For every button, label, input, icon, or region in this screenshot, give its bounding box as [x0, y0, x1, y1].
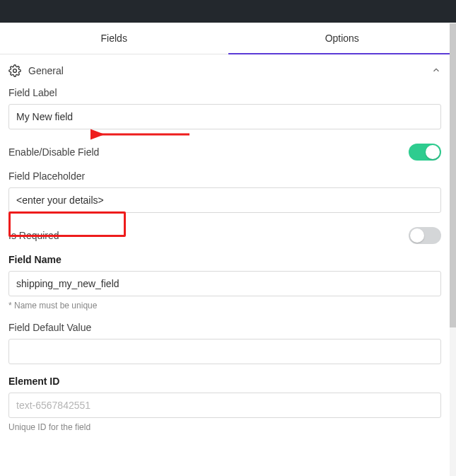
content-panel: General Field Label Enable/Disable Field… — [0, 54, 450, 432]
label-field-placeholder: Field Placeholder — [8, 170, 441, 182]
input-field-default-value[interactable] — [8, 339, 441, 364]
label-field-label: Field Label — [8, 87, 441, 98]
label-enable-disable: Enable/Disable Field — [8, 146, 99, 158]
svg-point-0 — [13, 69, 17, 73]
toggle-knob — [426, 145, 440, 159]
toggle-enable-disable[interactable] — [409, 144, 441, 161]
label-element-id: Element ID — [8, 376, 441, 387]
input-field-label[interactable] — [8, 104, 441, 129]
toggle-knob — [410, 228, 424, 243]
group-enable-disable: Enable/Disable Field — [8, 141, 441, 170]
label-is-required: Is Required — [8, 230, 59, 241]
window-topbar — [0, 0, 456, 23]
tab-options-label: Options — [325, 33, 359, 44]
toggle-is-required[interactable] — [409, 227, 441, 244]
tab-fields[interactable]: Fields — [0, 23, 228, 54]
section-title-general: General — [28, 65, 64, 76]
gear-icon — [8, 64, 21, 77]
label-field-default-value: Field Default Value — [8, 322, 441, 333]
tabs-container: Fields Options — [0, 23, 456, 54]
helper-element-id: Unique ID for the field — [8, 422, 441, 432]
input-element-id[interactable] — [8, 393, 441, 418]
group-field-placeholder: Field Placeholder — [8, 170, 441, 213]
group-field-name: Field Name * Name must be unique — [8, 254, 441, 310]
input-field-name[interactable] — [8, 271, 441, 296]
input-field-placeholder[interactable] — [8, 187, 441, 213]
group-is-required: Is Required — [8, 224, 441, 254]
group-element-id: Element ID Unique ID for the field — [8, 376, 441, 432]
vertical-scrollbar[interactable] — [450, 23, 456, 476]
tab-options[interactable]: Options — [228, 23, 457, 54]
tab-fields-label: Fields — [101, 33, 127, 44]
section-header-general[interactable]: General — [8, 54, 441, 87]
scrollbar-thumb[interactable] — [450, 23, 456, 327]
label-field-name: Field Name — [8, 254, 441, 265]
group-field-label: Field Label — [8, 87, 441, 129]
chevron-up-icon — [431, 65, 441, 77]
group-field-default-value: Field Default Value — [8, 322, 441, 364]
helper-name-unique: * Name must be unique — [8, 301, 441, 310]
